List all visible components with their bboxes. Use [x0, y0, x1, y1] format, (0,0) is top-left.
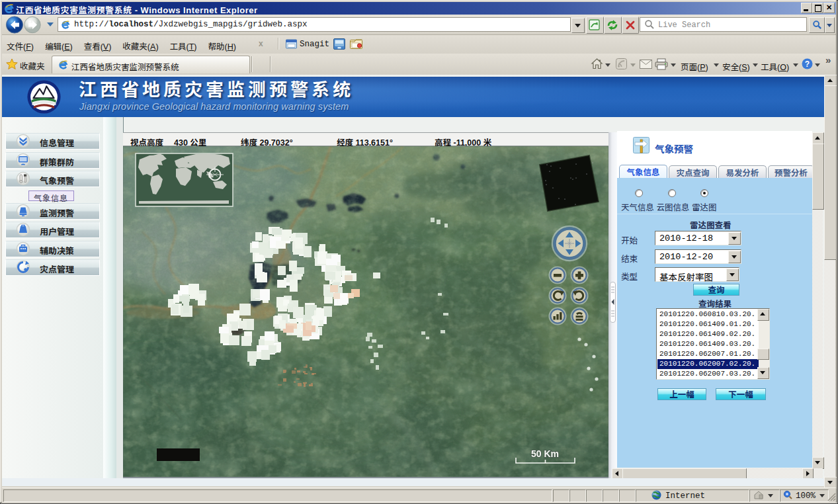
- svg-text:50 Km: 50 Km: [531, 448, 559, 459]
- svg-text:?: ?: [805, 60, 810, 69]
